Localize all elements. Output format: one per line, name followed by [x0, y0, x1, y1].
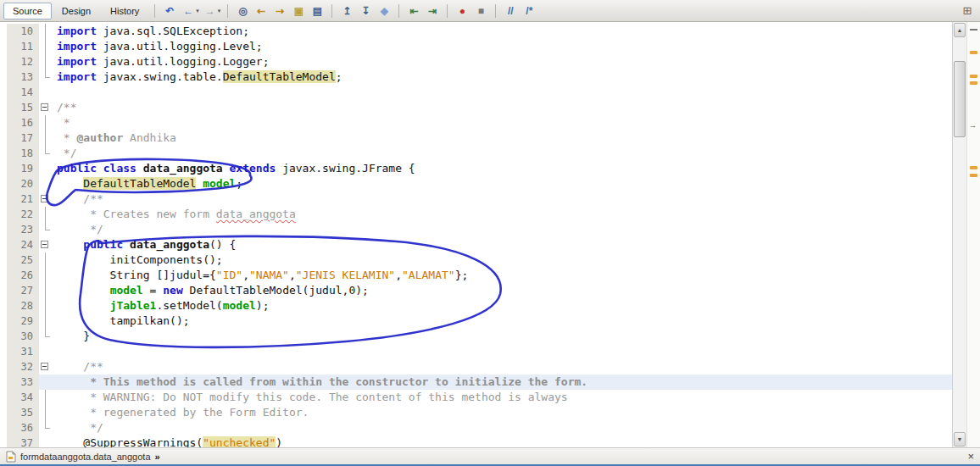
back-dropdown-icon[interactable]: ▾ [196, 8, 199, 14]
code-line-18[interactable]: 18 */ [0, 146, 952, 161]
find-selection-icon[interactable]: ◎ [234, 3, 251, 19]
line-number: 34 [7, 390, 39, 405]
code-line-12[interactable]: 12import java.util.logging.Logger; [0, 54, 952, 69]
code-line-24[interactable]: 24 public data_anggota() { [0, 237, 952, 252]
code-text: public data_anggota() { [53, 237, 952, 252]
toolbar-separator [227, 4, 228, 18]
forward-dropdown-icon[interactable]: ▾ [218, 8, 221, 14]
code-text: jTable1.setModel(model); [53, 298, 952, 313]
line-number: 33 [7, 374, 39, 390]
fold-guide [39, 374, 53, 390]
code-line-22[interactable]: 22 * Creates new form data_anggota [0, 207, 952, 222]
vertical-scrollbar[interactable]: ▲ ▼ [952, 22, 966, 447]
toggle-highlight-icon[interactable]: ▣ [290, 3, 307, 19]
occurrence-mark[interactable] [970, 75, 977, 78]
code-text: model = new DefaultTableModel(judul,0); [53, 283, 952, 298]
breadcrumb-chevron-icon[interactable]: » [155, 452, 160, 462]
code-line-21[interactable]: 21 /** [0, 191, 952, 207]
code-line-23[interactable]: 23 */ [0, 222, 952, 237]
fold-guide [39, 329, 53, 344]
toolbar-separator [447, 4, 448, 18]
fold-guide [39, 390, 53, 405]
code-line-11[interactable]: 11import java.util.logging.Level; [0, 39, 952, 54]
occurrence-mark[interactable] [970, 166, 977, 169]
code-line-35[interactable]: 35 * regenerated by the Form Editor. [0, 405, 952, 420]
occurrence-mark[interactable] [970, 51, 977, 54]
code-line-20[interactable]: 20 DefaultTableModel model; [0, 176, 952, 191]
code-text: /** [53, 100, 952, 115]
window-maximize-icon[interactable]: ⊞ [959, 3, 976, 19]
code-line-37[interactable]: 37 @SuppressWarnings("unchecked") [0, 435, 952, 447]
line-number: 31 [7, 344, 39, 359]
line-number: 30 [7, 329, 39, 344]
code-line-28[interactable]: 28 jTable1.setModel(model); [0, 298, 952, 313]
line-number: 24 [7, 237, 39, 252]
fold-guide [39, 435, 53, 447]
line-number: 18 [7, 146, 39, 161]
code-text: String []judul={"ID","NAMA","JENIS KELAM… [53, 268, 952, 283]
stripe-caret-mark[interactable] [970, 29, 977, 31]
fold-toggle-icon[interactable] [39, 100, 53, 115]
scrollbar-thumb[interactable] [954, 61, 966, 137]
uncomment-icon[interactable]: /* [521, 3, 537, 19]
breadcrumb[interactable]: formdataanggota.data_anggota [20, 452, 151, 462]
fold-toggle-icon[interactable] [39, 359, 53, 374]
code-line-10[interactable]: 10import java.sql.SQLException; [0, 24, 952, 39]
code-line-34[interactable]: 34 * WARNING: Do NOT modify this code. T… [0, 390, 952, 405]
code-line-30[interactable]: 30 } [0, 329, 952, 344]
code-line-13[interactable]: 13import javax.swing.table.DefaultTableM… [0, 69, 952, 85]
fold-guide [39, 283, 53, 298]
code-line-15[interactable]: 15/** [0, 100, 952, 115]
fold-guide [39, 344, 53, 359]
code-line-36[interactable]: 36 */ [0, 420, 952, 435]
scroll-down-icon[interactable]: ▼ [954, 432, 966, 447]
line-number: 26 [7, 268, 39, 283]
toggle-bookmark-icon[interactable]: ◆ [376, 3, 393, 19]
find-next-icon[interactable]: ⇢ [271, 3, 288, 19]
code-line-31[interactable]: 31 [0, 344, 952, 359]
fold-toggle-icon[interactable] [39, 191, 53, 207]
toolbar-separator [398, 4, 399, 18]
fold-toggle-icon[interactable] [39, 237, 53, 252]
code-editor[interactable]: 10import java.sql.SQLException;11import … [0, 22, 952, 447]
code-line-29[interactable]: 29 tampilkan(); [0, 313, 952, 329]
code-text: */ [53, 146, 952, 161]
tab-design[interactable]: Design [53, 3, 100, 19]
code-line-14[interactable]: 14 [0, 85, 952, 100]
stop-macro-icon[interactable]: ■ [472, 3, 489, 19]
line-number: 20 [7, 176, 39, 191]
line-number: 17 [7, 130, 39, 146]
code-line-19[interactable]: 19public class data_anggota extends java… [0, 161, 952, 176]
fold-guide [39, 85, 53, 100]
code-text: public class data_anggota extends javax.… [53, 161, 952, 176]
occurrence-mark[interactable] [970, 81, 977, 85]
next-bookmark-icon[interactable]: ↧ [357, 3, 374, 19]
code-line-26[interactable]: 26 String []judul={"ID","NAMA","JENIS KE… [0, 268, 952, 283]
stripe-arrow-icon[interactable]: → [969, 122, 977, 129]
line-number: 32 [7, 359, 39, 374]
scroll-up-icon[interactable]: ▲ [954, 23, 966, 37]
code-line-25[interactable]: 25 initComponents(); [0, 252, 952, 268]
record-macro-icon[interactable]: ● [454, 3, 471, 19]
forward-icon[interactable]: → [202, 3, 219, 19]
code-line-16[interactable]: 16 * [0, 115, 952, 130]
find-previous-icon[interactable]: ⇠ [253, 3, 270, 19]
select-in-projects-icon[interactable]: ▤ [309, 3, 326, 19]
comment-icon[interactable]: // [502, 3, 519, 19]
error-stripe[interactable]: → [966, 22, 980, 447]
back-icon[interactable]: ← [180, 3, 197, 19]
shift-line-left-icon[interactable]: ⇤ [405, 3, 422, 19]
occurrence-mark[interactable] [970, 174, 977, 177]
code-text: * Creates new form data_anggota [53, 207, 952, 222]
shift-line-right-icon[interactable]: ⇥ [424, 3, 441, 19]
previous-bookmark-icon[interactable]: ↥ [338, 3, 355, 19]
code-line-32[interactable]: 32 /** [0, 359, 952, 374]
jump-last-edit-icon[interactable]: ↶ [161, 3, 178, 19]
line-number: 35 [7, 405, 39, 420]
close-icon[interactable]: × [967, 451, 974, 462]
tab-source[interactable]: Source [3, 3, 52, 19]
code-line-17[interactable]: 17 * @author Andhika [0, 130, 952, 146]
tab-history[interactable]: History [101, 3, 148, 19]
code-line-27[interactable]: 27 model = new DefaultTableModel(judul,0… [0, 283, 952, 298]
code-line-33[interactable]: 33 * This method is called from within t… [0, 374, 952, 390]
